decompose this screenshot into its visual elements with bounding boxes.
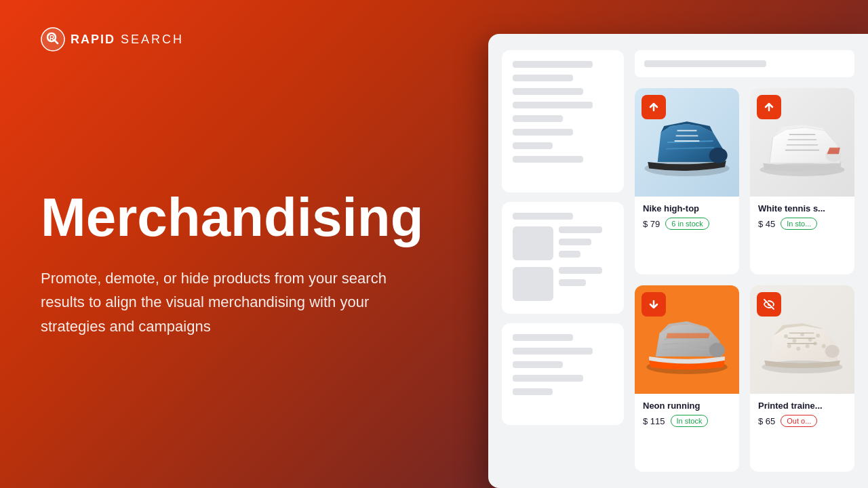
- demote-badge-neon[interactable]: [642, 292, 666, 317]
- hero-description: Promote, demote, or hide products from y…: [41, 266, 434, 338]
- skel-block: [513, 267, 553, 301]
- search-bar-mock: [635, 50, 854, 77]
- hero-title: Merchandising: [41, 190, 461, 245]
- product-price-row: $ 45 In sto...: [758, 218, 846, 230]
- product-name: White tennis s...: [758, 203, 846, 214]
- skel-line: [513, 88, 583, 95]
- svg-text:R: R: [50, 35, 55, 42]
- stock-badge: In sto...: [781, 218, 817, 230]
- skeleton-card-1: [502, 50, 624, 192]
- product-card-printed: Printed traine... $ 65 Out o...: [750, 285, 854, 472]
- product-price: $ 115: [643, 416, 665, 426]
- product-card-neon-running: Neon running $ 115 In stock: [635, 285, 739, 472]
- product-image-container-tennis: [750, 88, 854, 197]
- skel-row: [513, 226, 613, 260]
- product-info-tennis: White tennis s... $ 45 In sto...: [750, 197, 854, 237]
- product-image-container-printed: [750, 285, 854, 394]
- skel-line: [559, 226, 602, 233]
- product-info-printed: Printed traine... $ 65 Out o...: [750, 394, 854, 434]
- svg-point-5: [709, 148, 728, 163]
- product-name: Printed traine...: [758, 401, 846, 411]
- arrow-up-icon: [763, 101, 775, 113]
- right-panel: Nike high-top $ 79 6 in stock: [488, 34, 868, 488]
- skel-line: [513, 361, 563, 368]
- arrow-up-icon: [648, 101, 660, 113]
- skel-line: [513, 75, 573, 81]
- left-panel: R RAPID SEARCH Merchandising Promote, de…: [0, 0, 502, 488]
- product-price-row: $ 65 Out o...: [758, 415, 846, 427]
- product-info-neon: Neon running $ 115 In stock: [635, 394, 739, 434]
- stock-badge: Out o...: [781, 415, 817, 427]
- stock-badge: In stock: [671, 415, 709, 427]
- svg-point-25: [806, 344, 810, 348]
- skel-line: [513, 129, 573, 136]
- search-skel: [644, 60, 766, 67]
- hide-badge-printed[interactable]: [757, 292, 781, 317]
- svg-point-19: [793, 339, 797, 343]
- product-info-nike: Nike high-top $ 79 6 in stock: [635, 197, 739, 237]
- product-name: Nike high-top: [643, 203, 731, 214]
- svg-point-16: [709, 343, 725, 357]
- skel-line: [513, 102, 593, 108]
- product-name: Neon running: [643, 401, 731, 411]
- skel-lines: [559, 267, 613, 286]
- logo-icon: R: [41, 27, 65, 52]
- svg-point-27: [822, 344, 826, 348]
- skel-line: [513, 348, 593, 354]
- arrow-down-icon: [648, 298, 660, 310]
- svg-point-24: [796, 347, 800, 351]
- product-price-row: $ 79 6 in stock: [643, 218, 731, 230]
- skel-line: [513, 375, 583, 382]
- product-price: $ 79: [643, 219, 660, 229]
- products-column: Nike high-top $ 79 6 in stock: [635, 50, 854, 472]
- skel-row: [513, 267, 613, 301]
- stock-badge: 6 in stock: [665, 218, 709, 230]
- skeleton-card-3: [502, 323, 624, 425]
- promote-badge-tennis[interactable]: [757, 95, 781, 119]
- svg-point-18: [784, 334, 788, 338]
- skel-line: [513, 388, 553, 395]
- eye-slash-icon: [763, 298, 775, 310]
- skeleton-list: [502, 50, 624, 472]
- skel-line: [559, 279, 586, 286]
- svg-point-22: [816, 333, 820, 338]
- ui-inner: Nike high-top $ 79 6 in stock: [488, 34, 868, 488]
- product-price: $ 65: [758, 416, 775, 426]
- skel-line: [559, 251, 580, 258]
- product-price: $ 45: [758, 219, 775, 229]
- skel-line: [513, 156, 583, 163]
- skeleton-card-2: [502, 202, 624, 314]
- logo: R RAPID SEARCH: [41, 27, 184, 52]
- skel-line: [513, 213, 573, 220]
- svg-point-23: [787, 344, 791, 348]
- skel-line: [513, 334, 573, 341]
- skel-line: [513, 115, 563, 122]
- skel-line: [513, 142, 553, 149]
- product-image-container-neon: [635, 285, 739, 394]
- product-card-nike-hightop: Nike high-top $ 79 6 in stock: [635, 88, 739, 274]
- skel-line: [559, 267, 602, 274]
- skel-lines: [559, 226, 613, 258]
- logo-text: RAPID SEARCH: [71, 33, 184, 47]
- svg-point-28: [825, 345, 840, 358]
- promote-badge-nike[interactable]: [642, 95, 666, 119]
- skel-block: [513, 226, 553, 260]
- product-card-white-tennis: White tennis s... $ 45 In sto...: [750, 88, 854, 274]
- skel-line: [559, 239, 591, 245]
- product-grid: Nike high-top $ 79 6 in stock: [635, 88, 854, 472]
- product-image-container: [635, 88, 739, 197]
- product-price-row: $ 115 In stock: [643, 415, 731, 427]
- skel-line: [513, 61, 593, 68]
